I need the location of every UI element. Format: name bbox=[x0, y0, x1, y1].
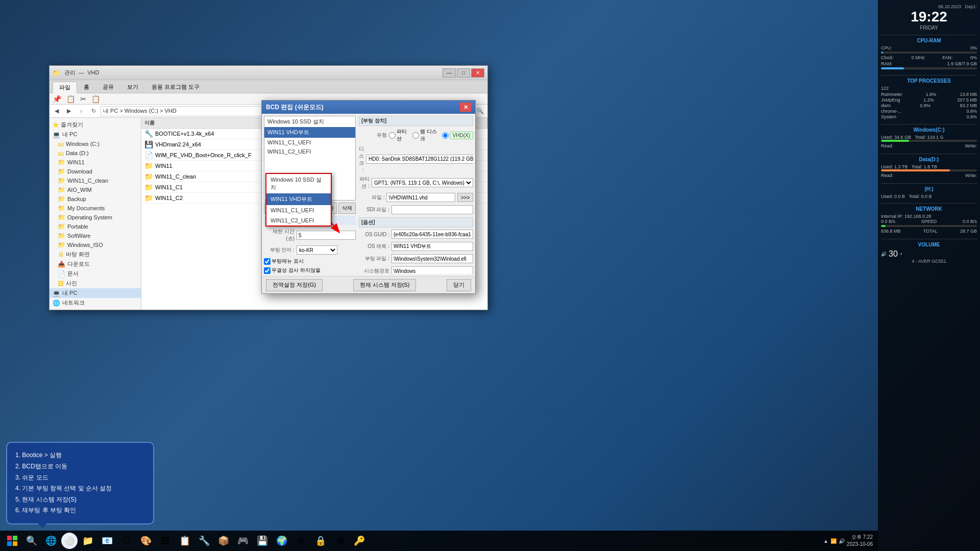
forward-button[interactable]: ▶ bbox=[64, 106, 74, 116]
check-boot-menu[interactable]: 부팅메뉴 표시 bbox=[264, 258, 356, 265]
tree-item-mypc[interactable]: 💻 내 PC bbox=[50, 130, 141, 139]
file-input[interactable] bbox=[386, 193, 455, 202]
tree-item-aiowim[interactable]: 📁 AIO_WIM bbox=[50, 185, 141, 194]
save-all-button[interactable]: 전역설정 저장(G) bbox=[266, 279, 323, 291]
close-button[interactable]: ✕ bbox=[471, 68, 484, 78]
doc-icon: 📄 bbox=[58, 270, 65, 278]
tree-item-backup[interactable]: 📁 Backup bbox=[50, 194, 141, 204]
taskbar-wrench-icon[interactable]: 🔧 bbox=[195, 532, 213, 550]
taskbar-globe-icon[interactable]: 🌍 bbox=[273, 532, 291, 550]
type-radio-group: 파티션 램 디스크 VHD(X) bbox=[389, 128, 473, 142]
tree-item-pictures[interactable]: 🖼 사진 bbox=[50, 279, 141, 288]
taskbar-disk-icon[interactable]: 💾 bbox=[253, 532, 272, 550]
tree-item-download[interactable]: 📁 Download bbox=[50, 167, 141, 176]
dropdown-win11vhd[interactable]: WIN11 VHD부트 bbox=[266, 193, 331, 205]
paste-icon[interactable]: 📋 bbox=[91, 95, 100, 103]
explorer-title: 관리 — VHD bbox=[64, 69, 438, 77]
data-d-section: Data(D:) Used: 1.3 TB Total: 1.8 TB Read… bbox=[881, 154, 977, 179]
taskbar-image-icon[interactable]: 🖼 bbox=[156, 532, 175, 550]
bcd-entry-win11vhd[interactable]: WIN11 VHD부트 bbox=[264, 127, 355, 138]
pin-icon[interactable]: 📌 bbox=[53, 95, 61, 103]
tree-item-doc[interactable]: 📄 문서 bbox=[50, 269, 141, 279]
search-icon[interactable]: 🔍 bbox=[475, 106, 485, 116]
tree-item-windowsiso[interactable]: 📁 Windows_ISO bbox=[50, 240, 141, 249]
radio-ramdisk[interactable]: 램 디스크 bbox=[412, 128, 437, 142]
software-folder-icon: 📁 bbox=[58, 232, 65, 239]
dropdown-win11c1uefi[interactable]: WIN11_C1_UEFI bbox=[266, 205, 331, 215]
tree-item-network[interactable]: 🌐 네트워크 bbox=[50, 298, 141, 308]
back-button[interactable]: ◀ bbox=[52, 106, 62, 116]
up-button[interactable]: ↑ bbox=[76, 106, 86, 116]
dropdown-win10ssd[interactable]: Windows 10 SSD 설치 bbox=[266, 174, 331, 193]
minimize-button[interactable]: — bbox=[443, 68, 456, 78]
bcd-entry-win11c1uefi[interactable]: WIN11_C1_UEFI bbox=[264, 138, 355, 147]
tab-home[interactable]: 홈 bbox=[77, 81, 96, 93]
taskbar-mail-icon[interactable]: 📧 bbox=[98, 532, 116, 550]
tray-arrow-icon[interactable]: ▲ bbox=[823, 538, 828, 544]
dropdown-win11c2uefi[interactable]: WIN11_C2_UEFI bbox=[266, 215, 331, 226]
move-icon[interactable]: ✂ bbox=[80, 95, 86, 103]
refresh-button[interactable]: ↻ bbox=[88, 106, 99, 116]
tree-item-desktop[interactable]: 🖥 바탕 화면 bbox=[50, 249, 141, 259]
taskbar-gear-icon[interactable]: ⚙ bbox=[292, 532, 310, 550]
tab-file[interactable]: 파일 bbox=[53, 82, 77, 93]
tree-item-clean[interactable]: 📁 WIN11_C_clean bbox=[50, 176, 141, 185]
radio-vhd[interactable]: VHD(X) bbox=[442, 128, 473, 142]
file-browse-button[interactable]: >>> bbox=[457, 193, 473, 202]
taskbar-ps-icon[interactable]: 🎨 bbox=[137, 532, 155, 550]
tree-item-documents[interactable]: 📁 My Documents bbox=[50, 204, 141, 213]
taskbar-key-icon[interactable]: 🔑 bbox=[350, 532, 369, 550]
tray-network-icon[interactable]: 📶 bbox=[830, 538, 837, 544]
tree-item-os[interactable]: 📁 Operating System bbox=[50, 213, 141, 222]
disk-select[interactable]: HD0: SanDisk SD8SBAT128G1122 (119.2 GB, … bbox=[366, 155, 473, 164]
maximize-button[interactable]: □ bbox=[457, 68, 470, 78]
radio-partition[interactable]: 파티션 bbox=[389, 128, 408, 142]
timeout-input[interactable] bbox=[297, 231, 356, 240]
tree-item-favorites[interactable]: ⭐ 즐겨찾기 bbox=[50, 120, 141, 130]
tree-item-mypc2[interactable]: 💻 내 PC bbox=[50, 288, 141, 298]
tab-app-tools[interactable]: 응용 프로그램 도구 bbox=[145, 81, 206, 93]
sys-path-input[interactable] bbox=[391, 266, 473, 274]
taskbar-clock[interactable]: 오후 7:22 2023-10-06 bbox=[847, 534, 873, 548]
tree-item-windows-c[interactable]: 🖴 Windows (C:) bbox=[50, 139, 141, 148]
data-d-title: Data(D:) bbox=[881, 157, 977, 162]
tree-item-software[interactable]: 📁 SoftWare bbox=[50, 231, 141, 240]
bcd-dialog-close[interactable]: ✕ bbox=[460, 103, 471, 112]
taskbar-game-icon[interactable]: 🎮 bbox=[234, 532, 252, 550]
copy-icon[interactable]: 📋 bbox=[66, 95, 75, 103]
boot-lang-select[interactable]: ko-KR bbox=[297, 245, 337, 255]
bcd-entry-win11c2uefi[interactable]: WIN11_C2_UEFI bbox=[264, 147, 355, 156]
close-dialog-button[interactable]: 닫기 bbox=[447, 279, 471, 291]
sdi-input[interactable] bbox=[391, 205, 473, 214]
tree-item-portable[interactable]: 📁 Portable bbox=[50, 222, 141, 231]
taskbar-monitor-icon[interactable]: 🖥 bbox=[331, 532, 349, 550]
start-button[interactable] bbox=[2, 531, 22, 551]
taskbar-search-icon[interactable]: 🔍 bbox=[22, 532, 41, 550]
bcd-entry-win10ssd[interactable]: Windows 10 SSD 설치 bbox=[264, 116, 355, 127]
taskbar-clip-icon[interactable]: 📋 bbox=[176, 532, 194, 550]
os-guid-input[interactable] bbox=[391, 230, 473, 239]
bcd-btn-del[interactable]: 삭제 bbox=[338, 203, 356, 214]
tree-item-win11[interactable]: 📁 WIN11 bbox=[50, 158, 141, 167]
tooltip-line-6: 6. 재부팅 후 부팅 확인 bbox=[15, 505, 145, 516]
partition-select[interactable]: GPT1: (NTFS, 119.1 GB, C:\, Windows) bbox=[372, 178, 473, 187]
volume-up-icon[interactable]: + bbox=[900, 252, 902, 257]
tab-view[interactable]: 보기 bbox=[120, 81, 145, 93]
top-processes-section: TOP PROCESSES 122 Rainmeter1.6%13.8 MB J… bbox=[881, 75, 977, 120]
taskbar-pkg-icon[interactable]: 📦 bbox=[214, 532, 233, 550]
tree-item-dl[interactable]: 📥 다운로드 bbox=[50, 259, 141, 269]
boot-file-input[interactable] bbox=[391, 254, 473, 263]
tree-item-data-d[interactable]: 🖴 Data (D:) bbox=[50, 148, 141, 158]
os-name-input[interactable] bbox=[391, 242, 473, 251]
save-current-button[interactable]: 현재 시스템 저장(S) bbox=[353, 279, 416, 291]
tab-share[interactable]: 공유 bbox=[96, 81, 120, 93]
taskbar-edge-icon[interactable]: 🌐 bbox=[42, 532, 60, 550]
volume-down-icon[interactable]: 🔊 bbox=[881, 252, 887, 257]
taskbar-shield-icon[interactable]: 🛡 bbox=[117, 532, 136, 550]
taskbar-lock-icon[interactable]: 🔒 bbox=[311, 532, 330, 550]
tray-volume-icon[interactable]: 🔊 bbox=[839, 538, 845, 544]
check-no-integrity[interactable]: 무결성 검사 하지않을 bbox=[264, 267, 356, 274]
taskbar-chrome-icon[interactable]: ⚪ bbox=[61, 533, 78, 549]
taskbar-explorer-icon[interactable]: 📁 bbox=[79, 532, 97, 550]
windows-logo-icon bbox=[7, 536, 17, 546]
